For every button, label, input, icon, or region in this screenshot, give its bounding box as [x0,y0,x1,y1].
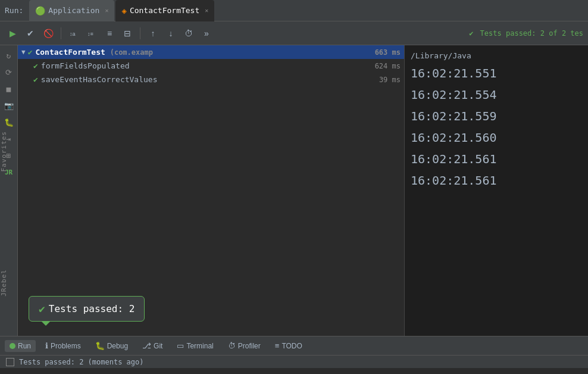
bottom-toolbar: Run ℹ Problems 🐛 Debug ⎇ Git ▭ Terminal … [0,336,588,355]
log-ts-2: 16:02:21.554 [411,84,582,105]
sidebar-icon-stop[interactable]: ■ [2,82,15,95]
problems-tab-button[interactable]: ℹ Problems [40,339,86,352]
debug-icon: 🐛 [95,341,105,350]
filter-button[interactable]: ≡ [102,26,117,41]
log-ts-4: 16:02:21.560 [411,127,582,148]
test-tab-icon: ◈ [121,6,126,15]
git-icon: ⎇ [142,341,151,350]
svg-text:↕≡: ↕≡ [87,31,93,37]
log-path: /Library/Java [411,49,582,63]
sidebar-icon-sync[interactable]: ⟳ [2,66,15,79]
run-tab-label: Run [18,342,31,350]
sort-duration-button[interactable]: ↕≡ [84,26,99,41]
svg-text:↕a: ↕a [70,31,76,37]
child1-test-time: 624 ms [375,62,401,70]
sort-alpha-button[interactable]: ↕a [66,26,82,41]
todo-tab-button[interactable]: ≡ TODO [270,339,307,352]
debug-tab-label: Debug [107,342,128,350]
terminal-tab-label: Terminal [186,342,213,350]
app-tab-label: Application [48,6,99,15]
sidebar-icon-camera[interactable]: 📷 [2,99,15,112]
child2-test-time: 39 ms [379,76,401,84]
app-tab-close[interactable]: ✕ [105,7,108,14]
more-button[interactable]: » [199,26,214,41]
up-button[interactable]: ↑ [145,26,161,41]
profiler-tab-button[interactable]: ⏱ Profiler [223,339,265,352]
log-ts-5: 16:02:21.561 [411,148,582,170]
tree-root-item[interactable]: ▼ ✔ ContactFormTest (com.examp 663 ms [18,45,404,59]
stop-button[interactable]: 🚫 [40,26,56,41]
status-checkbox [6,358,14,366]
test-tab-close[interactable]: ✕ [205,7,208,14]
toolbar-sep-1 [61,27,61,39]
status-check-icon: ✔ [469,29,473,38]
sidebar-icon-grid[interactable]: ⊞ [2,149,15,162]
child1-test-name: formFieldsPopulated [41,61,370,70]
toolbar-status: ✔ Tests passed: 2 of 2 tes [469,29,583,38]
filter2-button[interactable]: ⊟ [120,26,135,41]
run-tab-button[interactable]: Run [5,340,36,352]
todo-icon: ≡ [275,341,280,350]
log-ts-3: 16:02:21.559 [411,105,582,127]
log-panel: /Library/Java 16:02:21.551 16:02:21.554 … [405,45,588,336]
tab-bar: Run: 🟢 Application ✕ ◈ ContactFormTest ✕ [0,0,588,21]
main-area: ↻ ⟳ ■ 📷 🐛 ⇥ ⊞ JR ▼ ✔ ContactFormTest (co… [0,45,588,336]
problems-icon: ℹ [45,341,48,350]
root-test-time: 663 ms [375,48,401,57]
root-pkg: (com.examp [110,48,153,57]
check-button[interactable]: ✔ [23,26,38,41]
test-tab-label: ContactFormTest [130,6,199,15]
collapse-arrow-icon: ▼ [21,48,26,56]
child1-check-icon: ✔ [33,61,38,70]
toolbar-sep-2 [140,27,140,39]
problems-tab-label: Problems [51,342,81,350]
toolbar-status-text: Tests passed: 2 of 2 tes [480,29,583,38]
child2-check-icon: ✔ [33,75,38,84]
root-check-icon: ✔ [28,48,33,57]
app-tab-icon: 🟢 [35,6,45,15]
tab-contactformtest[interactable]: ◈ ContactFormTest ✕ [115,0,214,21]
root-test-name: ContactFormTest (com.examp [35,48,370,57]
clock-button[interactable]: ⏱ [181,26,196,41]
test-panel: ▼ ✔ ContactFormTest (com.examp 663 ms ✔ … [18,45,405,336]
tooltip-check-icon: ✔ [39,303,45,315]
log-ts-6: 16:02:21.561 [411,170,582,191]
profiler-icon: ⏱ [228,341,236,350]
todo-tab-label: TODO [282,342,302,350]
log-ts-1: 16:02:21.551 [411,63,582,84]
tooltip-arrow [41,321,51,326]
child2-test-name: saveEventHasCorrectValues [41,75,374,84]
git-tab-label: Git [154,342,162,350]
profiler-tab-label: Profiler [238,342,261,350]
debug-tab-button[interactable]: 🐛 Debug [90,339,133,352]
status-bar: Tests passed: 2 (moments ago) [0,355,588,368]
git-tab-button[interactable]: ⎇ Git [137,339,167,352]
tooltip-text: Tests passed: 2 [49,303,135,314]
sidebar-icon-import[interactable]: ⇥ [2,132,15,145]
terminal-icon: ▭ [177,341,184,350]
down-button[interactable]: ↓ [163,26,179,41]
run-button[interactable]: ▶ [5,26,20,41]
status-text: Tests passed: 2 (moments ago) [19,358,144,366]
run-indicator-icon [10,343,15,349]
tree-child-item-2[interactable]: ✔ saveEventHasCorrectValues 39 ms [18,73,404,86]
toolbar: ▶ ✔ 🚫 ↕a ↕≡ ≡ ⊟ ↑ ↓ ⏱ » ✔ Tests passed: … [0,21,588,45]
run-label: Run: [5,6,23,15]
sidebar-icon-jrebel[interactable]: JR [2,166,15,179]
sidebar-icon-refresh[interactable]: ↻ [2,49,15,62]
tree-child-item-1[interactable]: ✔ formFieldsPopulated 624 ms [18,59,404,73]
left-sidebar: ↻ ⟳ ■ 📷 🐛 ⇥ ⊞ JR [0,45,18,336]
sidebar-icon-debug[interactable]: 🐛 [2,116,15,129]
tab-application[interactable]: 🟢 Application ✕ [29,0,114,21]
tooltip-popup: ✔ Tests passed: 2 [29,296,145,322]
terminal-tab-button[interactable]: ▭ Terminal [172,339,218,352]
